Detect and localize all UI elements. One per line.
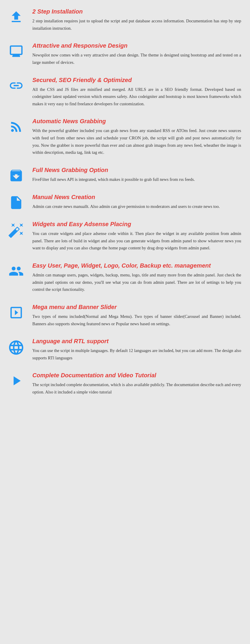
features-container: 2 Step Installation2 step installation r… <box>0 0 250 404</box>
feature-content-seo-friendly: Secured, SEO Friendly & OptimizedAll the… <box>32 77 241 108</box>
monitor-icon <box>6 42 26 59</box>
link-icon <box>6 77 26 93</box>
feature-title-easy-management: Easy User, Page, Widget, Logo, Color, Ba… <box>32 262 241 269</box>
feature-desc-widgets-adsense: You can create widgets and place adsense… <box>32 230 241 252</box>
feature-content-mega-menu: Mega menu and Banner SliderTwo types of … <box>32 304 241 327</box>
feature-content-manual-news-creation: Manual News CreationAdmin can create new… <box>32 194 241 210</box>
feature-title-mega-menu: Mega menu and Banner Slider <box>32 304 241 311</box>
feature-item-seo-friendly: Secured, SEO Friendly & OptimizedAll the… <box>0 71 250 113</box>
file-icon <box>6 194 26 210</box>
feature-item-easy-management: Easy User, Page, Widget, Logo, Color, Ba… <box>0 257 250 298</box>
feature-title-manual-news-creation: Manual News Creation <box>32 194 241 201</box>
feature-content-two-step-installation: 2 Step Installation2 step installation r… <box>32 8 241 32</box>
feature-item-language-rtl: Language and RTL supportYou can use the … <box>0 333 250 367</box>
feature-content-widgets-adsense: Widgets and Easy Adsense PlacingYou can … <box>32 221 241 252</box>
feature-item-full-news-grabbing: Full News Grabbing OptionFiveFilter full… <box>0 161 250 188</box>
feature-title-automatic-news-grabbing: Automatic News Grabbing <box>32 118 241 125</box>
feature-title-attractive-design: Attractive and Responsive Design <box>32 42 241 49</box>
feature-desc-seo-friendly: All the CSS and JS files are minified an… <box>32 86 241 108</box>
feature-desc-attractive-design: Newspilot now comes with a very attracti… <box>32 51 241 66</box>
feature-title-widgets-adsense: Widgets and Easy Adsense Placing <box>32 221 241 228</box>
feature-desc-automatic-news-grabbing: With the powerful grabber included you c… <box>32 127 241 156</box>
play-icon <box>6 372 26 388</box>
magic-icon <box>6 221 26 238</box>
globe-icon <box>6 338 26 356</box>
feature-title-documentation: Complete Documentation and Video Tutoria… <box>32 372 241 379</box>
feature-content-attractive-design: Attractive and Responsive DesignNewspilo… <box>32 42 241 66</box>
upload-icon <box>6 8 26 25</box>
feature-desc-language-rtl: You can use the script in multiple langu… <box>32 347 241 361</box>
feature-item-automatic-news-grabbing: Automatic News GrabbingWith the powerful… <box>0 113 250 161</box>
feature-title-seo-friendly: Secured, SEO Friendly & Optimized <box>32 77 241 84</box>
feature-title-two-step-installation: 2 Step Installation <box>32 8 241 15</box>
feature-content-language-rtl: Language and RTL supportYou can use the … <box>32 338 241 361</box>
feature-content-easy-management: Easy User, Page, Widget, Logo, Color, Ba… <box>32 262 241 293</box>
feature-content-documentation: Complete Documentation and Video Tutoria… <box>32 372 241 396</box>
feature-title-language-rtl: Language and RTL support <box>32 338 241 345</box>
feature-content-full-news-grabbing: Full News Grabbing OptionFiveFilter full… <box>32 167 241 183</box>
box-icon <box>6 167 26 183</box>
feature-desc-full-news-grabbing: FiveFilter full news API is integrated, … <box>32 176 241 183</box>
feature-item-two-step-installation: 2 Step Installation2 step installation r… <box>0 3 250 37</box>
feature-desc-documentation: The script included complete documentati… <box>32 381 241 396</box>
feature-desc-mega-menu: Two types of menu included(Normal and Me… <box>32 313 241 327</box>
rss-icon <box>6 118 26 134</box>
slideshow-icon <box>6 304 26 320</box>
feature-item-manual-news-creation: Manual News CreationAdmin can create new… <box>0 188 250 216</box>
feature-content-automatic-news-grabbing: Automatic News GrabbingWith the powerful… <box>32 118 241 156</box>
feature-item-documentation: Complete Documentation and Video Tutoria… <box>0 367 250 401</box>
feature-item-mega-menu: Mega menu and Banner SliderTwo types of … <box>0 298 250 333</box>
feature-desc-easy-management: Admin can manage users, pages, widgets, … <box>32 271 241 293</box>
feature-desc-two-step-installation: 2 step installation requires just to upl… <box>32 17 241 32</box>
feature-item-attractive-design: Attractive and Responsive DesignNewspilo… <box>0 37 250 71</box>
feature-desc-manual-news-creation: Admin can create news manuallt. Also adm… <box>32 203 241 210</box>
feature-item-widgets-adsense: Widgets and Easy Adsense PlacingYou can … <box>0 216 250 257</box>
feature-title-full-news-grabbing: Full News Grabbing Option <box>32 167 241 173</box>
users-icon <box>6 262 26 279</box>
